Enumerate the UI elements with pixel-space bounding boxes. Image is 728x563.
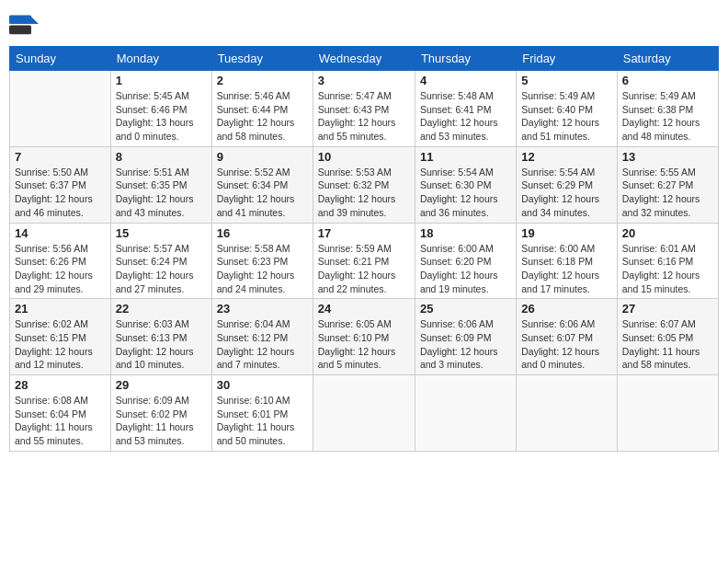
calendar-cell: 30Sunrise: 6:10 AMSunset: 6:01 PMDayligh…: [211, 375, 313, 452]
day-number: 29: [116, 378, 207, 392]
day-number: 17: [318, 226, 410, 240]
day-info: Sunrise: 6:03 AMSunset: 6:13 PMDaylight:…: [116, 317, 207, 372]
day-info: Sunrise: 5:58 AMSunset: 6:23 PMDaylight:…: [217, 242, 308, 296]
day-info: Sunrise: 6:04 AMSunset: 6:12 PMDaylight:…: [217, 317, 308, 372]
day-info: Sunrise: 6:09 AMSunset: 6:02 PMDaylight:…: [116, 394, 207, 448]
calendar-cell: 18Sunrise: 6:00 AMSunset: 6:20 PMDayligh…: [415, 223, 516, 299]
day-info: Sunrise: 5:59 AMSunset: 6:21 PMDaylight:…: [318, 242, 410, 296]
day-info: Sunrise: 5:52 AMSunset: 6:34 PMDaylight:…: [217, 166, 308, 220]
day-number: 30: [217, 378, 308, 392]
calendar-week-row: 1Sunrise: 5:45 AMSunset: 6:46 PMDaylight…: [10, 71, 719, 147]
calendar-cell: 17Sunrise: 5:59 AMSunset: 6:21 PMDayligh…: [313, 223, 415, 299]
day-number: 6: [622, 74, 713, 87]
logo-icon: [9, 9, 39, 39]
day-info: Sunrise: 6:07 AMSunset: 6:05 PMDaylight:…: [622, 317, 713, 372]
day-info: Sunrise: 5:51 AMSunset: 6:35 PMDaylight:…: [116, 166, 207, 220]
day-number: 28: [15, 378, 106, 392]
day-info: Sunrise: 5:48 AMSunset: 6:41 PMDaylight:…: [420, 89, 511, 144]
calendar-cell: [313, 375, 415, 452]
weekday-header: Thursday: [415, 47, 516, 71]
day-info: Sunrise: 5:46 AMSunset: 6:44 PMDaylight:…: [217, 89, 308, 144]
calendar-cell: 9Sunrise: 5:52 AMSunset: 6:34 PMDaylight…: [211, 146, 313, 223]
calendar-cell: 15Sunrise: 5:57 AMSunset: 6:24 PMDayligh…: [110, 223, 211, 299]
calendar-cell: 14Sunrise: 5:56 AMSunset: 6:26 PMDayligh…: [10, 223, 111, 299]
calendar-cell: 29Sunrise: 6:09 AMSunset: 6:02 PMDayligh…: [110, 375, 211, 452]
day-info: Sunrise: 5:53 AMSunset: 6:32 PMDaylight:…: [318, 166, 410, 220]
calendar-cell: 21Sunrise: 6:02 AMSunset: 6:15 PMDayligh…: [10, 299, 111, 375]
day-info: Sunrise: 6:08 AMSunset: 6:04 PMDaylight:…: [15, 394, 106, 448]
day-number: 14: [15, 226, 106, 240]
day-number: 25: [420, 302, 511, 316]
calendar-cell: 13Sunrise: 5:55 AMSunset: 6:27 PMDayligh…: [617, 146, 718, 223]
weekday-header: Sunday: [10, 47, 111, 71]
calendar-cell: 8Sunrise: 5:51 AMSunset: 6:35 PMDaylight…: [110, 146, 211, 223]
day-number: 7: [15, 150, 106, 164]
day-number: 24: [318, 302, 410, 316]
calendar-cell: 26Sunrise: 6:06 AMSunset: 6:07 PMDayligh…: [517, 299, 617, 375]
day-info: Sunrise: 6:05 AMSunset: 6:10 PMDaylight:…: [318, 317, 410, 372]
calendar-cell: 2Sunrise: 5:46 AMSunset: 6:44 PMDaylight…: [211, 71, 313, 147]
day-number: 12: [521, 150, 611, 164]
calendar-cell: 25Sunrise: 6:06 AMSunset: 6:09 PMDayligh…: [415, 299, 516, 375]
day-number: 8: [116, 150, 207, 164]
calendar-cell: 3Sunrise: 5:47 AMSunset: 6:43 PMDaylight…: [313, 71, 415, 147]
calendar-header-row: SundayMondayTuesdayWednesdayThursdayFrid…: [10, 47, 719, 71]
calendar-week-row: 28Sunrise: 6:08 AMSunset: 6:04 PMDayligh…: [10, 375, 719, 452]
calendar-cell: 6Sunrise: 5:49 AMSunset: 6:38 PMDaylight…: [617, 71, 718, 147]
day-info: Sunrise: 6:10 AMSunset: 6:01 PMDaylight:…: [217, 394, 308, 448]
calendar-week-row: 21Sunrise: 6:02 AMSunset: 6:15 PMDayligh…: [10, 299, 719, 375]
day-info: Sunrise: 5:45 AMSunset: 6:46 PMDaylight:…: [116, 89, 207, 144]
day-number: 5: [521, 74, 611, 87]
day-info: Sunrise: 5:49 AMSunset: 6:38 PMDaylight:…: [622, 89, 713, 144]
day-number: 2: [217, 74, 308, 87]
day-info: Sunrise: 5:49 AMSunset: 6:40 PMDaylight:…: [521, 89, 611, 144]
weekday-header: Wednesday: [313, 47, 415, 71]
calendar-week-row: 7Sunrise: 5:50 AMSunset: 6:37 PMDaylight…: [10, 146, 719, 223]
day-number: 22: [116, 302, 207, 316]
day-number: 4: [420, 74, 511, 87]
page-header: [9, 9, 719, 39]
weekday-header: Tuesday: [211, 47, 313, 71]
day-info: Sunrise: 5:57 AMSunset: 6:24 PMDaylight:…: [116, 242, 207, 296]
day-info: Sunrise: 6:00 AMSunset: 6:18 PMDaylight:…: [521, 242, 611, 296]
day-number: 18: [420, 226, 511, 240]
day-info: Sunrise: 5:54 AMSunset: 6:30 PMDaylight:…: [420, 166, 511, 220]
day-info: Sunrise: 5:54 AMSunset: 6:29 PMDaylight:…: [521, 166, 611, 220]
calendar-cell: 7Sunrise: 5:50 AMSunset: 6:37 PMDaylight…: [10, 146, 111, 223]
day-info: Sunrise: 6:02 AMSunset: 6:15 PMDaylight:…: [15, 317, 106, 372]
calendar-cell: 5Sunrise: 5:49 AMSunset: 6:40 PMDaylight…: [517, 71, 617, 147]
day-number: 1: [116, 74, 207, 87]
calendar-cell: 16Sunrise: 5:58 AMSunset: 6:23 PMDayligh…: [211, 223, 313, 299]
calendar-cell: [517, 375, 617, 452]
logo: [9, 9, 42, 39]
day-info: Sunrise: 5:47 AMSunset: 6:43 PMDaylight:…: [318, 89, 410, 144]
day-number: 15: [116, 226, 207, 240]
day-info: Sunrise: 6:00 AMSunset: 6:20 PMDaylight:…: [420, 242, 511, 296]
day-number: 3: [318, 74, 410, 87]
day-number: 27: [622, 302, 713, 316]
calendar-cell: 10Sunrise: 5:53 AMSunset: 6:32 PMDayligh…: [313, 146, 415, 223]
calendar-cell: [10, 71, 111, 147]
calendar-cell: 23Sunrise: 6:04 AMSunset: 6:12 PMDayligh…: [211, 299, 313, 375]
calendar-cell: 1Sunrise: 5:45 AMSunset: 6:46 PMDaylight…: [110, 71, 211, 147]
calendar-cell: 27Sunrise: 6:07 AMSunset: 6:05 PMDayligh…: [617, 299, 718, 375]
day-number: 9: [217, 150, 308, 164]
weekday-header: Saturday: [617, 47, 718, 71]
weekday-header: Monday: [110, 47, 211, 71]
day-info: Sunrise: 5:56 AMSunset: 6:26 PMDaylight:…: [15, 242, 106, 296]
day-number: 16: [217, 226, 308, 240]
day-number: 21: [15, 302, 106, 316]
calendar-cell: [415, 375, 516, 452]
day-info: Sunrise: 5:50 AMSunset: 6:37 PMDaylight:…: [15, 166, 106, 220]
day-number: 23: [217, 302, 308, 316]
day-info: Sunrise: 6:06 AMSunset: 6:07 PMDaylight:…: [521, 317, 611, 372]
calendar-week-row: 14Sunrise: 5:56 AMSunset: 6:26 PMDayligh…: [10, 223, 719, 299]
calendar-cell: 19Sunrise: 6:00 AMSunset: 6:18 PMDayligh…: [517, 223, 617, 299]
day-info: Sunrise: 6:01 AMSunset: 6:16 PMDaylight:…: [622, 242, 713, 296]
weekday-header: Friday: [517, 47, 617, 71]
day-number: 10: [318, 150, 410, 164]
day-number: 13: [622, 150, 713, 164]
calendar-cell: 11Sunrise: 5:54 AMSunset: 6:30 PMDayligh…: [415, 146, 516, 223]
calendar-cell: 12Sunrise: 5:54 AMSunset: 6:29 PMDayligh…: [517, 146, 617, 223]
calendar-cell: 20Sunrise: 6:01 AMSunset: 6:16 PMDayligh…: [617, 223, 718, 299]
